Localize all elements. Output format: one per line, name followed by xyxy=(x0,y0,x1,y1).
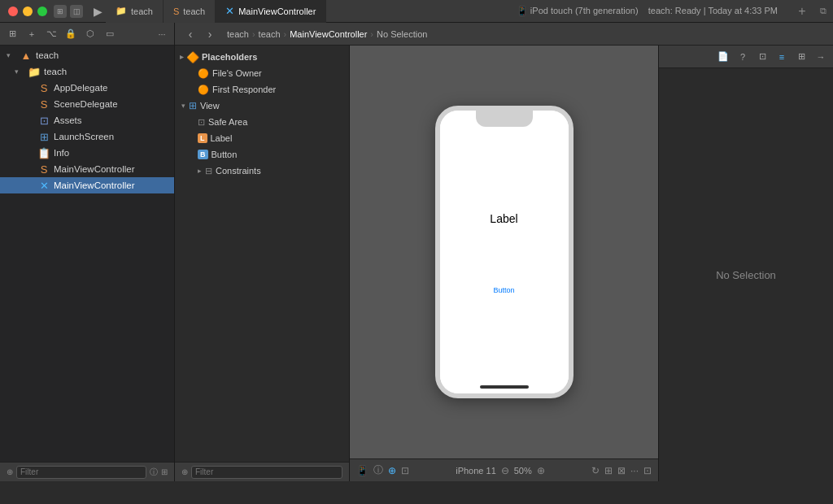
more-icon[interactable]: ··· xyxy=(630,465,639,476)
ft-section-view[interactable]: ▾ ⊞ View xyxy=(175,98,349,114)
sidebar-item-launchscreen[interactable]: ⊞ LaunchScreen xyxy=(0,128,174,145)
breadcrumb-teach2[interactable]: teach xyxy=(259,29,281,39)
refresh-icon[interactable]: ↻ xyxy=(591,465,600,476)
swift-icon: S xyxy=(173,7,179,16)
placeholder-icon: 🔶 xyxy=(186,51,199,63)
info-icon[interactable]: ⓘ xyxy=(373,463,383,477)
ft-item-constraints[interactable]: ▸ ⊟ Constraints xyxy=(175,163,349,179)
sidebar-more-btn[interactable]: ··· xyxy=(153,25,171,43)
device-name: iPhone 11 xyxy=(456,466,496,476)
folder-icon: 📁 xyxy=(28,66,41,78)
tab-teach-target[interactable]: S teach xyxy=(164,0,216,23)
inspector-content: No Selection xyxy=(659,68,833,481)
sidebar-filter-input[interactable] xyxy=(16,466,146,479)
inspector-file-btn[interactable]: 📄 xyxy=(714,48,732,66)
inspector-identity-btn[interactable]: ⊡ xyxy=(753,48,771,66)
breadcrumb-teach1[interactable]: teach xyxy=(227,29,249,39)
tab-main-vc-label: MainViewController xyxy=(238,7,316,16)
sidebar-item-teach-group[interactable]: ▾ 📁 teach xyxy=(0,63,174,80)
editor-toolbar: ‹ › teach › teach › MainViewController ›… xyxy=(175,23,833,46)
inspector-conn-btn[interactable]: → xyxy=(812,48,830,66)
inspector-panel: 📄 ? ⊡ ≡ ⊞ → No Selection xyxy=(658,46,833,481)
editor-area: ‹ › teach › teach › MainViewController ›… xyxy=(175,23,833,481)
window-layout-button[interactable]: ⧉ xyxy=(813,6,833,16)
sidebar-item-mainvc-storyboard[interactable]: ✕ MainViewController xyxy=(0,177,174,193)
ft-section-placeholders[interactable]: ▸ 🔶 Placeholders xyxy=(175,49,349,65)
canvas-content: Label Button xyxy=(350,46,658,458)
ft-item-safe-area[interactable]: ⊡ Safe Area xyxy=(175,114,349,130)
maximize-button[interactable] xyxy=(37,7,47,16)
zoom-in-icon[interactable]: ⊕ xyxy=(537,465,545,476)
orientation-icon[interactable]: ⊕ xyxy=(388,465,396,476)
canvas-footer: 📱 ⓘ ⊕ ⊡ iPhone 11 ⊖ 50% ⊕ ↻ ⊞ ⊠ ··· ⊡ xyxy=(350,458,658,481)
chevron-right-icon: ▸ xyxy=(198,167,202,175)
tab-main-vc[interactable]: ✕ MainViewController xyxy=(216,0,326,23)
status-text: teach: Ready | Today at 4:33 PM xyxy=(648,6,778,15)
filter-icon: ⊕ xyxy=(7,467,13,476)
inspector-attr-btn[interactable]: ≡ xyxy=(773,48,791,66)
more-icon: ⊞ xyxy=(161,467,168,476)
sidebar-item-assets-label: Assets xyxy=(54,115,82,125)
add-tab-button[interactable]: + xyxy=(791,4,813,19)
sidebar-add-btn[interactable]: + xyxy=(23,25,41,43)
assets-icon: ⊡ xyxy=(37,115,50,127)
sidebar-item-mainvc-swift[interactable]: S MainViewController xyxy=(0,161,174,177)
expand-icon[interactable]: ⊡ xyxy=(643,465,652,476)
ft-item-button[interactable]: B Button xyxy=(175,146,349,163)
minimize-button[interactable] xyxy=(23,7,33,16)
sidebar-filter-btn[interactable]: ⊞ xyxy=(3,25,21,43)
sidebar-item-scenedelegate[interactable]: S SceneDelegate xyxy=(0,96,174,112)
device-label: 📱 iPod touch (7th generation) xyxy=(517,6,639,15)
constraints-icon: ⊟ xyxy=(205,166,212,176)
title-bar: ⊞ ◫ ▶ 📁 teach S teach ✕ MainViewControll… xyxy=(0,0,833,23)
ft-section-view-label: View xyxy=(200,101,220,111)
inspector-quick-help-btn[interactable]: ? xyxy=(734,48,752,66)
sidebar-footer: ⊕ ⓘ ⊞ xyxy=(0,462,174,481)
grid-btn[interactable]: ◫ xyxy=(70,5,83,18)
swift-icon: ▲ xyxy=(20,50,33,62)
breadcrumb-sep1: › xyxy=(252,29,255,39)
folder-icon: 📁 xyxy=(116,6,127,16)
sidebar-lock-btn[interactable]: 🔒 xyxy=(62,25,80,43)
pin-icon[interactable]: ⊠ xyxy=(617,465,626,476)
back-button[interactable]: ‹ xyxy=(181,25,199,43)
tab-teach-project[interactable]: 📁 teach xyxy=(106,0,164,23)
canvas-area[interactable]: Label Button 📱 ⓘ ⊕ ⊡ iPhone 11 ⊖ 50% xyxy=(350,46,658,481)
sidebar-toggle-btn[interactable]: ⊞ xyxy=(54,5,67,18)
ft-item-label-label: Label xyxy=(211,133,233,143)
button-icon: B xyxy=(198,150,208,159)
sidebar-rect-btn[interactable]: ▭ xyxy=(101,25,119,43)
close-button[interactable] xyxy=(8,7,18,16)
sidebar-item-appdelegate[interactable]: S AppDelegate xyxy=(0,80,174,96)
sidebar-item-mainvc-storyboard-label: MainViewController xyxy=(54,180,135,190)
device-icon[interactable]: 📱 xyxy=(356,465,369,476)
play-button[interactable]: ▶ xyxy=(89,3,106,20)
ft-item-first-responder[interactable]: 🟠 First Responder xyxy=(175,81,349,98)
ft-item-label[interactable]: L Label xyxy=(175,130,349,146)
sidebar-item-teach-root[interactable]: ▾ ▲ teach xyxy=(0,47,174,63)
file-tree-filter-input[interactable] xyxy=(191,466,342,479)
traffic-lights xyxy=(0,7,47,16)
plist-icon: 📋 xyxy=(37,147,50,159)
chevron-down-icon: ▾ xyxy=(181,102,185,110)
sidebar-item-appdelegate-label: AppDelegate xyxy=(54,83,108,93)
ft-item-files-owner[interactable]: 🟠 File's Owner xyxy=(175,65,349,81)
sidebar-branch-btn[interactable]: ⌥ xyxy=(42,25,60,43)
first-responder-icon: 🟠 xyxy=(198,85,209,95)
chevron-down-icon: ▾ xyxy=(7,51,16,59)
breadcrumb-mainvc[interactable]: MainViewController xyxy=(290,29,367,39)
inspector-size-btn[interactable]: ⊞ xyxy=(792,48,810,66)
file-tree-content: ▸ 🔶 Placeholders 🟠 File's Owner 🟠 First … xyxy=(175,46,349,462)
breadcrumb-sep2: › xyxy=(284,29,287,39)
sidebar-item-assets[interactable]: ⊡ Assets xyxy=(0,112,174,128)
layout-icon[interactable]: ⊡ xyxy=(401,465,409,476)
sidebar-hex-btn[interactable]: ⬡ xyxy=(81,25,99,43)
grid-icon[interactable]: ⊞ xyxy=(604,465,613,476)
inspector-toolbar: 📄 ? ⊡ ≡ ⊞ → xyxy=(659,46,833,68)
filter-icon: ⊕ xyxy=(181,467,188,476)
zoom-out-icon[interactable]: ⊖ xyxy=(501,465,509,476)
ft-item-files-owner-label: File's Owner xyxy=(212,68,262,78)
ft-item-constraints-label: Constraints xyxy=(216,166,261,176)
forward-button[interactable]: › xyxy=(201,25,219,43)
sidebar-item-info[interactable]: 📋 Info xyxy=(0,145,174,161)
